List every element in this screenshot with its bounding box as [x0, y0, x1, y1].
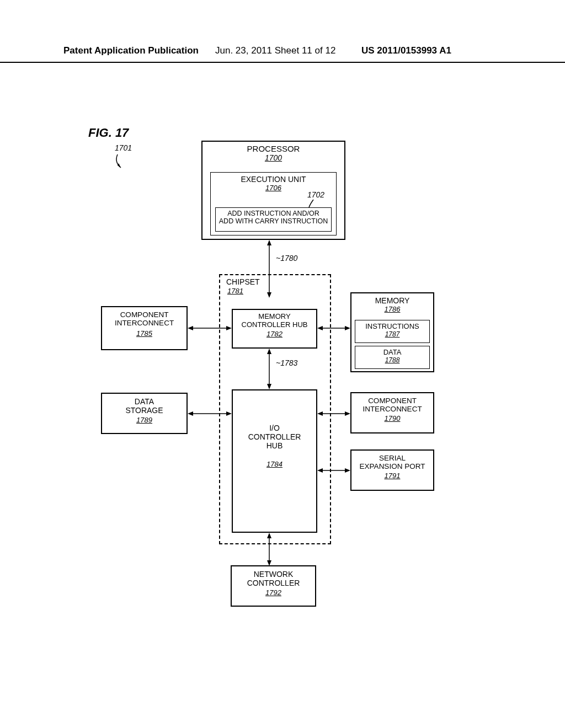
cil-title-1: COMPONENT	[102, 311, 186, 319]
ds-title-1: DATA	[102, 397, 186, 406]
cir-title-2: INTERCONNECT	[351, 405, 433, 413]
svg-marker-6	[267, 384, 271, 389]
header-right: US 2011/0153993 A1	[361, 45, 451, 56]
instructions-num: 1787	[355, 330, 429, 338]
data-box: DATA 1788	[355, 346, 430, 369]
ich-num: 1784	[233, 460, 316, 468]
svg-marker-11	[317, 326, 323, 330]
page-header: Patent Application Publication Jun. 23, …	[0, 45, 565, 63]
cir-num: 1790	[351, 414, 433, 422]
mch-title-1: MEMORY	[233, 312, 316, 320]
ich-title-3: HUB	[233, 441, 316, 450]
cil-title-2: INTERCONNECT	[102, 319, 186, 327]
svg-marker-23	[267, 533, 271, 538]
svg-marker-15	[226, 411, 232, 416]
cil-num: 1785	[102, 329, 186, 338]
svg-marker-12	[345, 326, 350, 330]
chipset-title: CHIPSET	[226, 277, 260, 286]
comp-interconnect-right-box: COMPONENT INTERCONNECT 1790	[350, 392, 434, 433]
figure-label: FIG. 17	[88, 126, 129, 140]
svg-marker-2	[267, 240, 271, 245]
data-storage-box: DATA STORAGE 1789	[101, 393, 188, 434]
connector-mch-ich	[264, 349, 275, 389]
ds-title-2: STORAGE	[102, 406, 186, 415]
comp-interconnect-left-box: COMPONENT INTERCONNECT 1785	[101, 306, 188, 350]
ref-1702: 1702	[307, 190, 324, 199]
mch-box: MEMORY CONTROLLER HUB 1782	[232, 309, 317, 349]
connector-ich-cir	[317, 411, 350, 416]
ich-title-2: CONTROLLER	[233, 432, 316, 441]
add-instruction-line2: ADD WITH CARRY INSTRUCTION	[216, 217, 331, 225]
header-mid: Jun. 23, 2011 Sheet 11 of 12	[215, 45, 335, 56]
ref-1701: 1701	[115, 143, 132, 152]
nc-title-1: NETWORK	[232, 570, 315, 579]
svg-marker-9	[226, 326, 232, 330]
sep-title-1: SERIAL	[351, 454, 433, 462]
svg-marker-18	[345, 411, 350, 416]
execution-unit-title: EXECUTION UNIT	[211, 175, 336, 184]
instructions-box: INSTRUCTIONS 1787	[355, 320, 430, 343]
cir-title-1: COMPONENT	[351, 397, 433, 405]
memory-title: MEMORY	[351, 296, 433, 305]
arc-1701	[113, 153, 130, 170]
data-title: DATA	[355, 348, 429, 356]
connector-cil-mch	[188, 325, 232, 331]
svg-marker-8	[188, 326, 193, 330]
connector-mch-memory	[317, 325, 350, 331]
ds-num: 1789	[102, 416, 186, 424]
memory-num: 1786	[351, 305, 433, 313]
ich-box: I/O CONTROLLER HUB 1784	[232, 389, 317, 533]
mch-title-2: CONTROLLER HUB	[233, 320, 316, 329]
ich-title-1: I/O	[233, 424, 316, 432]
connector-ich-sep	[317, 468, 350, 473]
nc-title-2: CONTROLLER	[232, 579, 315, 587]
svg-marker-17	[317, 411, 323, 416]
serial-port-box: SERIAL EXPANSION PORT 1791	[350, 449, 434, 491]
connector-ds-ich	[188, 411, 232, 416]
sep-num: 1791	[351, 472, 433, 480]
add-instruction-box: ADD INSTRUCTION AND/OR ADD WITH CARRY IN…	[215, 207, 332, 232]
svg-marker-14	[188, 411, 193, 416]
processor-num: 1700	[202, 153, 344, 162]
nc-num: 1792	[232, 588, 315, 597]
svg-marker-5	[267, 349, 271, 354]
sep-title-2: EXPANSION PORT	[351, 462, 433, 470]
chipset-num: 1781	[227, 287, 243, 295]
connector-ich-network	[264, 533, 275, 566]
svg-marker-21	[345, 468, 350, 473]
svg-marker-20	[317, 468, 323, 473]
add-instruction-line1: ADD INSTRUCTION AND/OR	[216, 210, 331, 217]
mch-num: 1782	[233, 330, 316, 338]
network-controller-box: NETWORK CONTROLLER 1792	[231, 565, 316, 607]
data-num: 1788	[355, 356, 429, 364]
ref-1780: ~1780	[276, 254, 297, 263]
ref-1783: ~1783	[276, 358, 297, 367]
processor-title: PROCESSOR	[202, 144, 344, 153]
instructions-title: INSTRUCTIONS	[355, 322, 429, 330]
header-left: Patent Application Publication	[63, 45, 199, 56]
